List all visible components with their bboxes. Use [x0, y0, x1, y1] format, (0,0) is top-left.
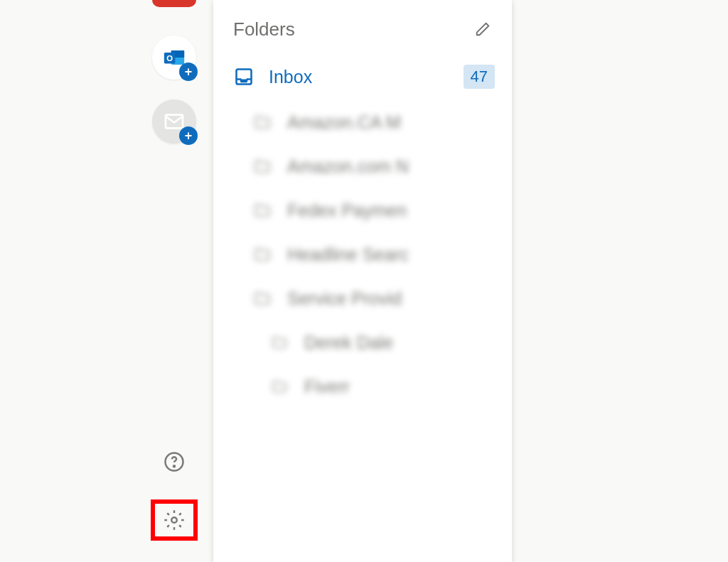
rail-bottom [135, 450, 213, 541]
svg-point-5 [173, 465, 175, 467]
folder-label: Headline Searc [287, 244, 495, 265]
pencil-icon [475, 21, 491, 37]
help-button[interactable] [162, 450, 186, 474]
mail-app-icon[interactable]: + [152, 99, 196, 144]
folder-item[interactable]: Fedex Paymen [213, 188, 512, 232]
settings-button[interactable] [162, 508, 186, 532]
folders-panel: Folders Inbox 47 Amazon.CA M [213, 0, 512, 562]
folder-item[interactable]: Amazon.com N [213, 144, 512, 188]
svg-point-6 [171, 517, 177, 523]
settings-highlight [151, 499, 198, 541]
folder-icon [252, 288, 273, 309]
folders-header: Folders [213, 0, 512, 53]
plus-icon: + [185, 129, 193, 142]
question-circle-icon [164, 451, 185, 472]
outlook-app-icon[interactable]: O + [152, 36, 196, 80]
folder-item[interactable]: Amazon.CA M [213, 100, 512, 144]
folder-label: Service Provid [287, 288, 495, 309]
folder-label: Amazon.CA M [287, 112, 495, 133]
folder-label: Inbox [269, 67, 449, 87]
account-avatar[interactable] [152, 0, 196, 7]
folder-label: Amazon.com N [287, 156, 495, 177]
folder-icon [252, 112, 273, 133]
unread-badge: 47 [464, 65, 495, 89]
folder-icon [252, 244, 273, 265]
folder-item[interactable]: Derek Dale [213, 320, 512, 364]
add-mail-badge[interactable]: + [179, 126, 198, 145]
svg-text:O: O [166, 54, 173, 63]
folder-item[interactable]: Headline Searc [213, 232, 512, 276]
sidebar-rail: O + + [135, 0, 213, 562]
folder-item[interactable]: Service Provid [213, 276, 512, 320]
edit-folders-button[interactable] [475, 21, 492, 38]
gear-icon [164, 509, 185, 531]
folder-icon [269, 332, 290, 353]
folder-label: Fedex Paymen [287, 200, 495, 221]
folder-label: Derek Dale [304, 333, 495, 353]
app-container: O + + [135, 0, 512, 562]
inbox-icon [233, 66, 255, 87]
folders-title: Folders [233, 18, 295, 40]
folder-icon [269, 376, 290, 397]
plus-icon: + [185, 65, 193, 78]
add-account-badge[interactable]: + [179, 63, 198, 81]
folder-label: Fiverr [304, 377, 495, 397]
folder-icon [252, 200, 273, 221]
folder-icon [252, 156, 273, 177]
folder-inbox[interactable]: Inbox 47 [213, 53, 512, 100]
folder-item[interactable]: Fiverr [213, 364, 512, 409]
